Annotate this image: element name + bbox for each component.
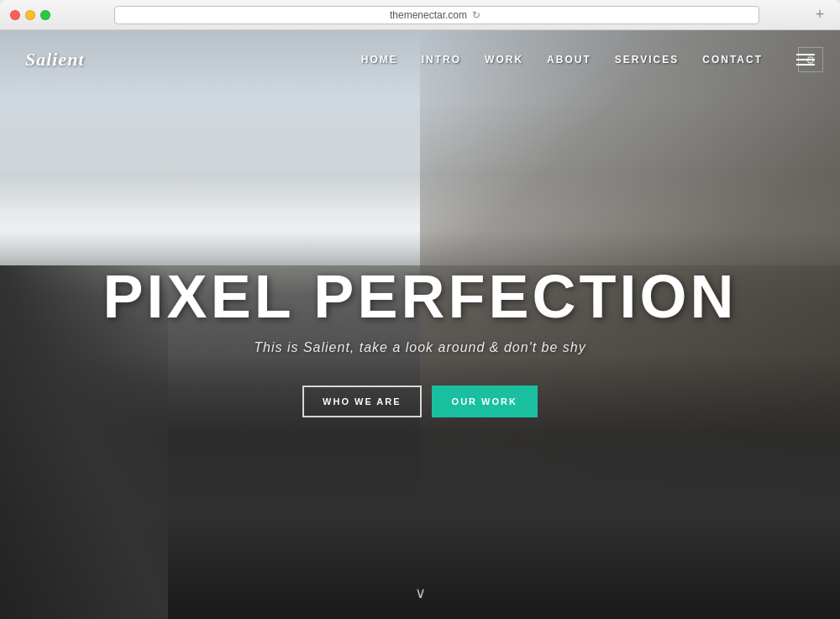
nav-item-intro[interactable]: INTRO bbox=[422, 54, 461, 66]
who-we-are-button[interactable]: WHO WE ARE bbox=[302, 386, 422, 417]
nav-item-services[interactable]: SERVICES bbox=[615, 54, 679, 66]
nav-item-home[interactable]: HOME bbox=[361, 54, 398, 66]
hero-content: PIXEL PERFECTION This is Salient, take a… bbox=[0, 266, 840, 417]
minimize-button[interactable] bbox=[25, 10, 35, 20]
url-text: themenectar.com bbox=[390, 9, 467, 21]
browser-titlebar: themenectar.com ↻ + bbox=[0, 0, 840, 30]
browser-chrome: themenectar.com ↻ + bbox=[0, 0, 840, 30]
hero-buttons: WHO WE ARE OUR WORK bbox=[0, 386, 840, 417]
hero-subtitle: This is Salient, take a look around & do… bbox=[0, 340, 840, 355]
nav-item-work[interactable]: WORK bbox=[485, 54, 523, 66]
website-content: Salient HOME INTRO WORK ABOUT SERVICES C… bbox=[0, 30, 840, 619]
nav-menu: HOME INTRO WORK ABOUT SERVICES CONTACT bbox=[361, 54, 763, 66]
settings-icon[interactable]: ⚙ bbox=[798, 47, 823, 72]
nav-item-about[interactable]: ABOUT bbox=[547, 54, 591, 66]
refresh-icon[interactable]: ↻ bbox=[472, 9, 484, 21]
maximize-button[interactable] bbox=[40, 10, 50, 20]
close-button[interactable] bbox=[10, 10, 20, 20]
new-tab-button[interactable]: + bbox=[810, 5, 830, 25]
traffic-lights bbox=[10, 10, 50, 20]
hero-title: PIXEL PERFECTION bbox=[0, 266, 840, 327]
site-logo[interactable]: Salient bbox=[25, 49, 85, 71]
navigation: Salient HOME INTRO WORK ABOUT SERVICES C… bbox=[0, 30, 840, 89]
url-bar[interactable]: themenectar.com ↻ bbox=[114, 6, 759, 24]
scroll-indicator[interactable]: ∨ bbox=[415, 584, 426, 602]
nav-item-contact[interactable]: CONTACT bbox=[702, 54, 763, 66]
our-work-button[interactable]: OUR WORK bbox=[432, 386, 538, 417]
